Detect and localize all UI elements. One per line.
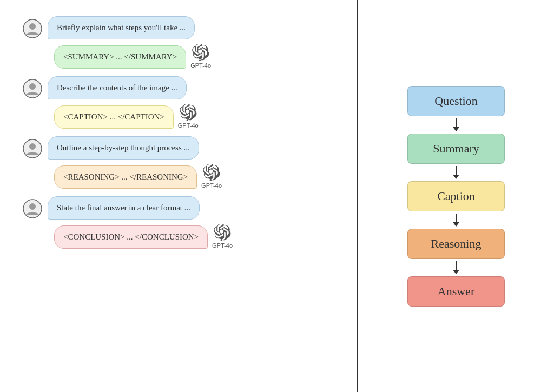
gpt-icon-3: GPT-4o: [201, 164, 222, 189]
gpt-label-2: GPT-4o: [178, 122, 199, 129]
gpt-icon-1: GPT-4o: [190, 44, 211, 69]
chat-row-q2: Describe the contents of the image ...: [22, 76, 346, 99]
flow-arrow-1: [453, 118, 459, 131]
conversation-group-2: Describe the contents of the image ... <…: [22, 76, 346, 131]
gpt-icon-4: GPT-4o: [212, 224, 233, 249]
conversation-group-4: State the final answer in a clear format…: [22, 196, 346, 251]
bubble-r3-text: <REASONING> ... </REASONING>: [63, 172, 188, 181]
bubble-r1: <SUMMARY> ... </SUMMARY>: [54, 45, 186, 69]
bubble-q2-text: Describe the contents of the image ...: [57, 83, 177, 92]
bubble-r2: <CAPTION> ... </CAPTION>: [54, 105, 174, 129]
left-panel: Briefly explain what steps you'll take .…: [0, 0, 357, 392]
svg-point-1: [29, 23, 36, 30]
bubble-q3: Outline a step-by-step thought process .…: [48, 136, 199, 160]
svg-point-5: [29, 143, 36, 150]
bubble-q1: Briefly explain what steps you'll take .…: [48, 16, 195, 39]
gpt-label-3: GPT-4o: [201, 182, 222, 189]
flow-arrow-3: [453, 214, 459, 227]
flow-box-caption: Caption: [407, 181, 505, 211]
user-avatar-4: [22, 198, 43, 220]
bubble-r2-text: <CAPTION> ... </CAPTION>: [63, 112, 164, 121]
chat-row-r2: <CAPTION> ... </CAPTION> GPT-4o: [22, 104, 346, 129]
chat-row-q4: State the final answer in a clear format…: [22, 196, 346, 220]
bubble-q4: State the final answer in a clear format…: [48, 196, 200, 220]
right-panel: Question Summary Caption Reasoning Answe…: [357, 0, 554, 392]
bubble-q4-text: State the final answer in a clear format…: [57, 203, 190, 212]
bubble-r3: <REASONING> ... </REASONING>: [54, 165, 197, 189]
chat-row-q1: Briefly explain what steps you'll take .…: [22, 16, 346, 39]
gpt-icon-2: GPT-4o: [178, 104, 199, 129]
flow-box-reasoning: Reasoning: [407, 229, 505, 259]
flow-box-answer: Answer: [407, 276, 505, 307]
flow-box-question: Question: [407, 86, 505, 116]
bubble-r4-text: <CONCLUSION> ... </CONCLUSION>: [63, 232, 199, 241]
conversation-group-3: Outline a step-by-step thought process .…: [22, 136, 346, 191]
svg-point-7: [29, 203, 36, 210]
user-avatar-2: [22, 78, 43, 99]
bubble-q3-text: Outline a step-by-step thought process .…: [57, 143, 190, 152]
gpt-label-4: GPT-4o: [212, 242, 233, 249]
bubble-r4: <CONCLUSION> ... </CONCLUSION>: [54, 225, 208, 249]
svg-point-3: [29, 83, 36, 90]
chat-row-r3: <REASONING> ... </REASONING> GPT-4o: [22, 164, 346, 189]
gpt-label-1: GPT-4o: [190, 62, 211, 69]
conversation-group-1: Briefly explain what steps you'll take .…: [22, 16, 346, 71]
flow-arrow-2: [453, 166, 459, 179]
user-avatar-3: [22, 138, 43, 160]
chat-row-q3: Outline a step-by-step thought process .…: [22, 136, 346, 160]
flow-box-summary: Summary: [407, 134, 505, 164]
chat-row-r4: <CONCLUSION> ... </CONCLUSION> GPT-4o: [22, 224, 346, 249]
chat-row-r1: <SUMMARY> ... </SUMMARY> GPT-4o: [22, 44, 346, 69]
bubble-r1-text: <SUMMARY> ... </SUMMARY>: [63, 52, 177, 61]
bubble-q1-text: Briefly explain what steps you'll take .…: [57, 23, 186, 32]
flow-arrow-4: [453, 261, 459, 274]
user-avatar-1: [22, 18, 43, 39]
bubble-q2: Describe the contents of the image ...: [48, 76, 187, 99]
